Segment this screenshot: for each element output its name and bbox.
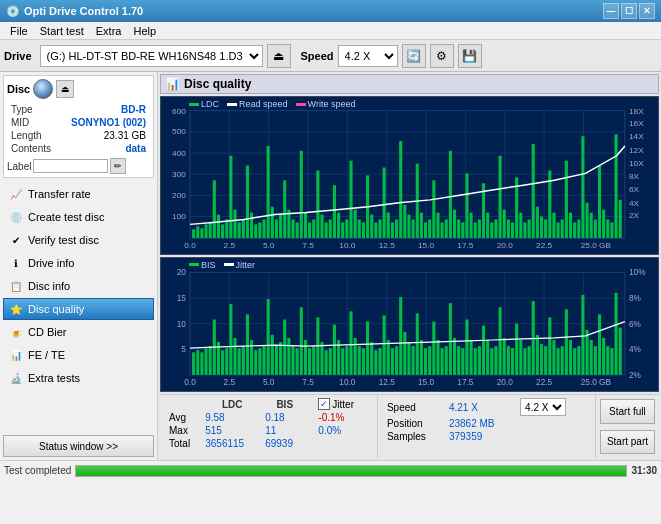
svg-rect-291 <box>610 348 613 375</box>
svg-rect-107 <box>441 222 444 238</box>
svg-rect-143 <box>590 213 593 238</box>
bis-legend: BIS <box>189 260 216 270</box>
svg-text:12.5: 12.5 <box>379 378 396 387</box>
svg-rect-53 <box>217 215 220 239</box>
svg-rect-276 <box>548 317 551 374</box>
svg-rect-214 <box>291 346 294 375</box>
svg-rect-277 <box>552 340 555 375</box>
disc-quality-icon: ⭐ <box>8 301 24 317</box>
menu-help[interactable]: Help <box>127 24 162 38</box>
label-edit-button[interactable]: ✏ <box>110 158 126 174</box>
menubar: File Start test Extra Help <box>0 22 661 40</box>
svg-rect-288 <box>598 314 601 374</box>
svg-rect-148 <box>610 222 613 238</box>
status-text: Test completed <box>4 465 71 476</box>
nav-items: 📈 Transfer rate 💿 Create test disc ✔ Ver… <box>0 181 157 391</box>
svg-rect-49 <box>200 228 203 238</box>
svg-rect-234 <box>374 350 377 375</box>
start-part-button[interactable]: Start part <box>600 430 655 455</box>
status-window-button[interactable]: Status window >> <box>3 435 154 457</box>
svg-text:17.5: 17.5 <box>457 378 474 387</box>
svg-rect-269 <box>519 340 522 375</box>
svg-rect-236 <box>383 315 386 374</box>
svg-rect-264 <box>499 307 502 375</box>
svg-rect-132 <box>544 219 547 238</box>
content-area: 📊 Disc quality LDC Read speed Write spee… <box>158 72 661 460</box>
svg-text:18X: 18X <box>629 107 644 116</box>
mid-value: SONYNO1 (002) <box>60 117 148 128</box>
svg-text:2.5: 2.5 <box>224 378 236 387</box>
svg-text:12X: 12X <box>629 146 644 155</box>
refresh-button[interactable]: 🔄 <box>402 44 426 68</box>
sidebar-item-create-test-disc[interactable]: 💿 Create test disc <box>3 206 154 228</box>
svg-rect-78 <box>320 215 323 239</box>
svg-text:0.0: 0.0 <box>184 241 196 250</box>
disc-panel: Disc ⏏ Type BD-R MID SONYNO1 (002) Lengt… <box>3 75 154 178</box>
minimize-button[interactable]: — <box>603 3 619 19</box>
sidebar-item-fe-te[interactable]: 📊 FE / TE <box>3 344 154 366</box>
svg-rect-265 <box>503 338 506 375</box>
settings-button[interactable]: ⚙ <box>430 44 454 68</box>
svg-rect-233 <box>370 342 373 375</box>
maximize-button[interactable]: ☐ <box>621 3 637 19</box>
svg-rect-112 <box>461 222 464 238</box>
svg-rect-203 <box>246 314 249 374</box>
svg-rect-287 <box>594 346 597 375</box>
fe-te-icon: 📊 <box>8 347 24 363</box>
speed-select[interactable]: 4.2 X <box>338 45 398 67</box>
svg-rect-240 <box>399 297 402 375</box>
svg-rect-281 <box>569 340 572 375</box>
svg-rect-106 <box>436 213 439 238</box>
drive-label: Drive <box>4 50 32 62</box>
svg-text:5: 5 <box>181 345 186 354</box>
svg-rect-215 <box>296 348 299 375</box>
sidebar-item-disc-info[interactable]: 📋 Disc info <box>3 275 154 297</box>
svg-rect-202 <box>242 346 245 375</box>
svg-rect-56 <box>229 156 232 238</box>
speed-select-sm[interactable]: 4.2 X <box>520 398 566 416</box>
eject-button[interactable]: ⏏ <box>267 44 291 68</box>
drive-select[interactable]: (G:) HL-DT-ST BD-RE WH16NS48 1.D3 <box>40 45 263 67</box>
sidebar-item-cd-bier[interactable]: 🍺 CD Bier <box>3 321 154 343</box>
label-input[interactable] <box>33 159 108 173</box>
svg-rect-274 <box>540 344 543 375</box>
svg-rect-58 <box>238 222 241 238</box>
titlebar-title: 💿 Opti Drive Control 1.70 <box>6 5 143 18</box>
svg-rect-68 <box>279 215 282 239</box>
speed-label: Speed <box>301 50 334 62</box>
svg-rect-244 <box>416 313 419 375</box>
svg-rect-263 <box>494 346 497 375</box>
close-button[interactable]: ✕ <box>639 3 655 19</box>
menu-start-test[interactable]: Start test <box>34 24 90 38</box>
svg-rect-135 <box>557 222 560 238</box>
length-value: 23.31 GB <box>60 130 148 141</box>
svg-rect-191 <box>196 350 199 375</box>
menu-extra[interactable]: Extra <box>90 24 128 38</box>
sidebar-item-transfer-rate[interactable]: 📈 Transfer rate <box>3 183 154 205</box>
svg-rect-81 <box>333 185 336 238</box>
sidebar-item-disc-quality[interactable]: ⭐ Disc quality <box>3 298 154 320</box>
svg-rect-147 <box>606 219 609 238</box>
sidebar-item-verify-test-disc[interactable]: ✔ Verify test disc <box>3 229 154 251</box>
svg-text:2.5: 2.5 <box>224 241 236 250</box>
svg-rect-144 <box>594 219 597 238</box>
avg-bis: 0.18 <box>262 411 307 424</box>
svg-rect-52 <box>213 180 216 238</box>
start-full-button[interactable]: Start full <box>600 399 655 424</box>
svg-rect-198 <box>225 348 228 375</box>
svg-text:10.0: 10.0 <box>339 241 356 250</box>
app-icon: 💿 <box>6 5 20 18</box>
svg-text:8X: 8X <box>629 172 640 181</box>
menu-file[interactable]: File <box>4 24 34 38</box>
svg-rect-65 <box>267 146 270 238</box>
lower-chart-svg: 20 15 10 5 10% 8% 6% 4% 2% 0.0 2.5 5.0 7… <box>161 258 658 391</box>
sidebar-item-extra-tests[interactable]: 🔬 Extra tests <box>3 367 154 389</box>
stats-speed-pos: Speed 4.21 X 4.2 X Position 23862 MB Sam… <box>378 395 596 458</box>
svg-rect-275 <box>544 346 547 375</box>
jitter-checkbox[interactable]: ✓ <box>318 398 330 410</box>
avg-jitter: -0.1% <box>315 411 371 424</box>
save-button[interactable]: 💾 <box>458 44 482 68</box>
svg-rect-79 <box>325 222 328 238</box>
disc-action-button[interactable]: ⏏ <box>56 80 74 98</box>
sidebar-item-drive-info[interactable]: ℹ Drive info <box>3 252 154 274</box>
